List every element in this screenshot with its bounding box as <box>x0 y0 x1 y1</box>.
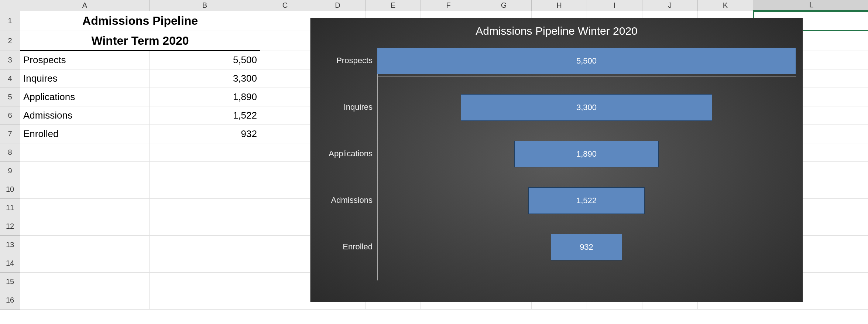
cell-C5[interactable] <box>260 88 310 106</box>
cell-C12[interactable] <box>260 217 310 236</box>
cell-A8[interactable] <box>20 143 150 162</box>
column-header-A[interactable]: A <box>20 0 150 11</box>
column-header-L[interactable]: L <box>753 0 868 11</box>
cell-B8[interactable] <box>150 143 260 162</box>
cell-B15[interactable] <box>150 273 260 291</box>
cell-A11[interactable] <box>20 199 150 217</box>
column-header-C[interactable]: C <box>260 0 310 11</box>
cell-C6[interactable] <box>260 106 310 125</box>
cell-C10[interactable] <box>260 180 310 199</box>
cell-A4[interactable]: Inquires <box>20 69 150 88</box>
cell-C4[interactable] <box>260 69 310 88</box>
cell-B13[interactable] <box>150 236 260 254</box>
column-headers: ABCDEFGHIJKL <box>0 0 868 11</box>
cell-C3[interactable] <box>260 51 310 69</box>
cell-A15[interactable] <box>20 273 150 291</box>
column-header-F[interactable]: F <box>421 0 476 11</box>
row-header-12[interactable]: 12 <box>0 217 20 236</box>
cell-B7[interactable]: 932 <box>150 125 260 143</box>
row-header-16[interactable]: 16 <box>0 291 20 310</box>
cell-C16[interactable] <box>260 291 310 310</box>
cell-A16[interactable] <box>20 291 150 310</box>
row-header-1[interactable]: 1 <box>0 11 20 31</box>
cell-B4[interactable]: 3,300 <box>150 69 260 88</box>
cell-A7[interactable]: Enrolled <box>20 125 150 143</box>
cell-B5[interactable]: 1,890 <box>150 88 260 106</box>
column-header-E[interactable]: E <box>366 0 421 11</box>
cell-C11[interactable] <box>260 199 310 217</box>
row-header-2[interactable]: 2 <box>0 31 20 51</box>
cell-A6[interactable]: Admissions <box>20 106 150 125</box>
column-header-G[interactable]: G <box>476 0 532 11</box>
column-header-B[interactable]: B <box>150 0 260 11</box>
cell-C9[interactable] <box>260 162 310 180</box>
cell-A2[interactable]: Winter Term 2020 <box>20 31 260 51</box>
chart-category-label: Applications <box>311 149 377 158</box>
cell-B10[interactable] <box>150 180 260 199</box>
chart-bar: 1,890 <box>514 141 658 167</box>
cell-A10[interactable] <box>20 180 150 199</box>
cell-B11[interactable] <box>150 199 260 217</box>
cell-B6[interactable]: 1,522 <box>150 106 260 125</box>
chart-category-label: Prospects <box>311 56 377 65</box>
chart-x-axis <box>377 76 796 76</box>
cell-C14[interactable] <box>260 254 310 273</box>
chart-category-label: Inquires <box>311 102 377 112</box>
row-header-5[interactable]: 5 <box>0 88 20 106</box>
cell-A1[interactable]: Admissions Pipeline <box>20 11 260 31</box>
chart-plot-area: Prospects5,500Inquires3,300Applications1… <box>311 48 803 294</box>
chart-title: Admissions Pipeline Winter 2020 <box>311 18 803 41</box>
cell-B3[interactable]: 5,500 <box>150 51 260 69</box>
chart-bar: 5,500 <box>377 48 796 74</box>
cell-C2[interactable] <box>260 31 310 51</box>
cell-A13[interactable] <box>20 236 150 254</box>
row-header-8[interactable]: 8 <box>0 143 20 162</box>
chart-category-label: Enrolled <box>311 242 377 252</box>
cell-B12[interactable] <box>150 217 260 236</box>
row-header-15[interactable]: 15 <box>0 273 20 291</box>
row-header-3[interactable]: 3 <box>0 51 20 69</box>
row-header-9[interactable]: 9 <box>0 162 20 180</box>
cell-A14[interactable] <box>20 254 150 273</box>
chart-y-axis <box>377 48 378 280</box>
select-all-corner[interactable] <box>0 0 20 11</box>
row-headers: 12345678910111213141516 <box>0 11 20 310</box>
cell-B16[interactable] <box>150 291 260 310</box>
cell-A3[interactable]: Prospects <box>20 51 150 69</box>
chart-bar: 1,522 <box>528 187 644 214</box>
cell-A5[interactable]: Applications <box>20 88 150 106</box>
cell-C1[interactable] <box>260 11 310 31</box>
row-header-6[interactable]: 6 <box>0 106 20 125</box>
row-header-11[interactable]: 11 <box>0 199 20 217</box>
row-header-7[interactable]: 7 <box>0 125 20 143</box>
cell-A12[interactable] <box>20 217 150 236</box>
cell-C15[interactable] <box>260 273 310 291</box>
cell-C13[interactable] <box>260 236 310 254</box>
column-header-I[interactable]: I <box>587 0 642 11</box>
column-header-D[interactable]: D <box>310 0 366 11</box>
column-header-K[interactable]: K <box>698 0 753 11</box>
cell-C8[interactable] <box>260 143 310 162</box>
chart-bar: 3,300 <box>461 94 712 121</box>
row-header-4[interactable]: 4 <box>0 69 20 88</box>
cell-B9[interactable] <box>150 162 260 180</box>
cell-A9[interactable] <box>20 162 150 180</box>
cell-C7[interactable] <box>260 125 310 143</box>
row-header-13[interactable]: 13 <box>0 236 20 254</box>
chart-category-label: Admissions <box>311 195 377 205</box>
row-header-14[interactable]: 14 <box>0 254 20 273</box>
funnel-chart[interactable]: Admissions Pipeline Winter 2020 Prospect… <box>310 18 803 302</box>
cell-B14[interactable] <box>150 254 260 273</box>
column-header-H[interactable]: H <box>532 0 587 11</box>
chart-bar: 932 <box>551 234 622 260</box>
spreadsheet-sheet: ABCDEFGHIJKL 12345678910111213141516 Adm… <box>0 0 868 324</box>
row-header-10[interactable]: 10 <box>0 180 20 199</box>
column-header-J[interactable]: J <box>642 0 698 11</box>
